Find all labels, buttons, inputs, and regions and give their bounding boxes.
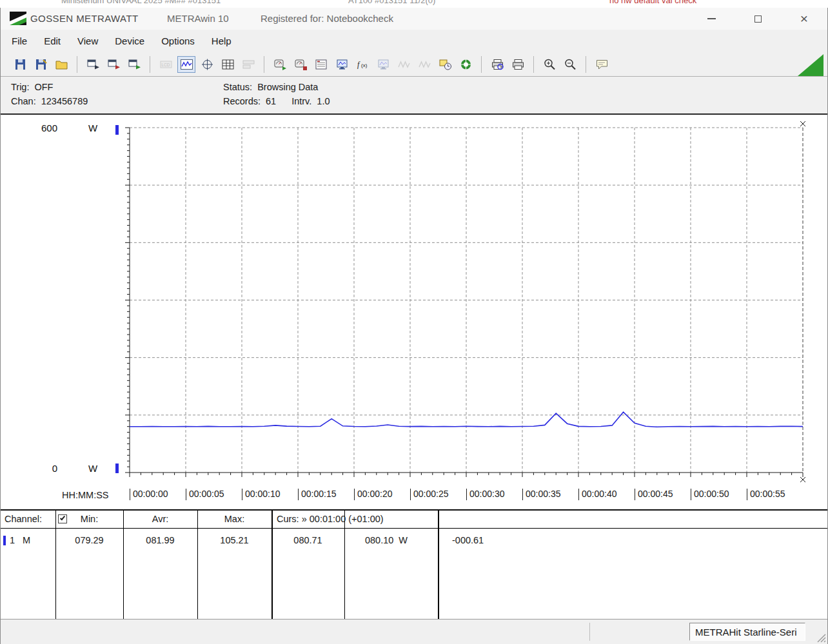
export-view-2-icon <box>107 58 121 71</box>
device-connect-icon <box>273 58 287 71</box>
screen: Ministerium UNIVAAL 2025 #M## #013151AT1… <box>0 0 828 644</box>
menu-file[interactable]: File <box>3 35 35 46</box>
chart-view-button[interactable] <box>177 56 195 73</box>
annotation-button[interactable] <box>593 56 611 73</box>
toolbar-separator <box>533 56 534 73</box>
x-tick-label: 00:00:35 <box>522 489 578 500</box>
chan-value: 123456789 <box>41 96 88 106</box>
max-value: 105.21 <box>197 535 271 545</box>
records-label: Records: <box>223 96 261 106</box>
lcd-view-icon: LCD <box>159 58 173 71</box>
export-view-3-icon <box>128 58 141 71</box>
export-view-3-button[interactable] <box>125 56 143 73</box>
min-value: 079.29 <box>55 535 123 545</box>
toolbar-separator <box>77 56 77 73</box>
toolbar-separator <box>481 56 482 73</box>
waveform-b-button <box>415 56 433 73</box>
pc-transfer-button[interactable] <box>333 56 351 73</box>
waveform-b-icon <box>418 58 431 71</box>
function-fx-icon: f(x) <box>356 58 370 71</box>
save-file-as-button[interactable] <box>32 56 50 73</box>
trigger-target-icon <box>459 58 473 71</box>
y-axis-unit-top: W <box>88 122 97 133</box>
device-connect-button[interactable] <box>271 56 289 73</box>
print-button[interactable] <box>509 56 527 73</box>
channel-header: Channel: <box>5 514 42 524</box>
menu-options[interactable]: Options <box>153 35 203 46</box>
maximize-button[interactable] <box>744 8 772 30</box>
cursor-header: Curs: » 00:01:00 (+01:00) <box>277 514 384 524</box>
delta-value: -000.61 <box>452 535 484 545</box>
power-chart <box>121 119 812 498</box>
toolbar-separator <box>586 56 586 73</box>
min-header: Min: <box>55 514 123 524</box>
x-tick-label: 00:00:10 <box>242 489 298 500</box>
interval-label: Intrv. <box>291 96 311 106</box>
bar-view-button <box>239 56 257 73</box>
metrawin-window: GOSSEN METRAWATT METRAwin 10 Registered … <box>0 8 828 644</box>
open-file-icon <box>55 58 68 71</box>
cursor-table: Channel: Min: Avr: Max: Curs: » 00:01:00… <box>1 509 827 619</box>
open-file-button[interactable] <box>52 56 70 73</box>
waveform-a-icon <box>397 58 411 71</box>
function-fx-button[interactable]: f(x) <box>353 56 371 73</box>
close-button[interactable]: × <box>790 8 818 30</box>
device-memory-button <box>374 56 392 73</box>
device-settings-icon <box>294 58 308 71</box>
status-bar: METRAHit Starline-Seri <box>1 619 827 644</box>
lcd-view-button: LCD <box>157 56 175 73</box>
zoom-out-button[interactable] <box>561 56 579 73</box>
menu-bar: FileEditViewDeviceOptionsHelp <box>1 30 827 52</box>
menu-view[interactable]: View <box>69 35 106 46</box>
y-axis-unit-bottom: W <box>88 463 97 474</box>
toolbar-separator <box>264 56 264 73</box>
export-view-2-button[interactable] <box>104 56 123 73</box>
channel-marker-top <box>115 125 119 135</box>
annotation-icon <box>595 58 609 71</box>
cursor-b-unit: W <box>399 535 408 545</box>
backdrop-text-fragment: AT100 #013151 11/2(0) <box>348 0 435 5</box>
registered-text: Registered for: Notebookcheck <box>261 13 393 24</box>
export-view-1-button[interactable] <box>84 56 102 73</box>
x-axis-title: HH:MM:SS <box>62 490 109 500</box>
zoom-out-icon <box>564 58 577 71</box>
x-tick-label: 00:00:25 <box>410 489 466 500</box>
x-tick-label: 00:00:50 <box>691 489 747 500</box>
app-logo-icon <box>10 12 26 25</box>
status-strip: Trig:OFF Chan:123456789 Status:Browsing … <box>1 77 827 113</box>
data-logger-icon <box>439 58 452 71</box>
y-axis-min-label: 0 <box>34 463 57 474</box>
device-name-box: METRAHit Starline-Seri <box>689 623 805 641</box>
minimize-button[interactable] <box>697 8 725 30</box>
print-icon <box>511 58 525 71</box>
print-preview-button[interactable] <box>488 56 506 73</box>
menu-help[interactable]: Help <box>203 35 240 46</box>
zoom-in-button[interactable] <box>540 56 558 73</box>
export-view-1-icon <box>86 58 100 71</box>
x-tick-label: 00:00:30 <box>466 489 522 500</box>
device-settings-button[interactable] <box>291 56 310 73</box>
xt-view-button[interactable] <box>198 56 216 73</box>
resize-grip[interactable] <box>816 632 826 643</box>
channel-id: 1 <box>10 535 15 545</box>
save-file-button[interactable] <box>11 56 29 73</box>
device-scale-button[interactable] <box>312 56 330 73</box>
channel-color-marker <box>3 536 6 545</box>
x-tick-label: 00:00:05 <box>186 489 242 500</box>
save-file-icon <box>14 58 27 71</box>
y-axis-max-label: 600 <box>34 122 57 133</box>
cursor-b-value: 080.10 W <box>344 535 428 545</box>
x-tick-label: 00:00:40 <box>578 489 635 500</box>
svg-text:f: f <box>357 60 360 69</box>
x-tick-label: 00:00:15 <box>298 489 354 500</box>
channel-mode: M <box>23 535 30 545</box>
data-logger-button[interactable] <box>436 56 454 73</box>
x-tick-labels: 00:00:0000:00:0500:00:1000:00:1500:00:20… <box>130 489 804 502</box>
menu-device[interactable]: Device <box>106 35 153 46</box>
menu-edit[interactable]: Edit <box>35 35 69 46</box>
waveform-a-button <box>395 56 413 73</box>
table-view-button[interactable] <box>219 56 237 73</box>
trigger-target-button[interactable] <box>457 56 475 73</box>
zoom-in-icon <box>543 58 557 71</box>
x-tick-label: 00:00:45 <box>635 489 691 500</box>
